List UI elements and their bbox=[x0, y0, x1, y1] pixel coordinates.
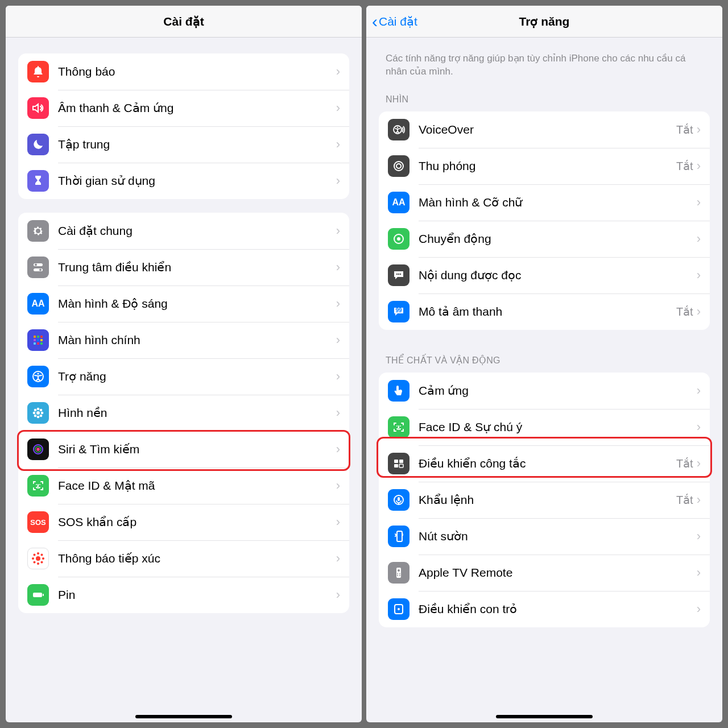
faceid-icon bbox=[27, 475, 49, 497]
row-value: Tắt bbox=[676, 305, 693, 318]
row-pointer-control[interactable]: Điều khiển con trỏ › bbox=[379, 591, 710, 627]
row-siri[interactable]: Siri & Tìm kiếm › bbox=[18, 431, 349, 468]
group-general: Cài đặt chung › Trung tâm điều khiển › A… bbox=[18, 213, 349, 613]
row-label: Thu phóng bbox=[419, 159, 676, 173]
svg-rect-11 bbox=[37, 342, 39, 345]
right-screenshot: ‹ Cài đặt Trợ năng Các tính năng trợ năn… bbox=[366, 6, 722, 722]
chevron-right-icon: › bbox=[336, 369, 340, 384]
row-faceid-attention[interactable]: Face ID & Sự chú ý › bbox=[379, 409, 710, 445]
chevron-right-icon: › bbox=[697, 420, 701, 435]
speaker-icon bbox=[27, 97, 49, 119]
row-label: Chuyển động bbox=[419, 232, 697, 246]
svg-point-42 bbox=[394, 162, 403, 171]
gear-icon bbox=[27, 220, 49, 242]
flower-icon bbox=[27, 402, 49, 424]
home-indicator bbox=[135, 715, 232, 718]
group-sound: Thông báo › Âm thanh & Cảm ứng › Tập tru… bbox=[18, 53, 349, 199]
speech-bubble-icon bbox=[388, 264, 410, 286]
svg-point-65 bbox=[399, 575, 400, 576]
row-accessibility[interactable]: Trợ năng › bbox=[18, 358, 349, 395]
svg-rect-55 bbox=[399, 464, 403, 468]
row-homescreen[interactable]: Màn hình chính › bbox=[18, 322, 349, 358]
switches-icon bbox=[27, 257, 49, 278]
row-exposure[interactable]: Thông báo tiếp xúc › bbox=[18, 540, 349, 577]
row-audio-desc[interactable]: 99 Mô tả âm thanh Tắt › bbox=[379, 293, 710, 330]
svg-point-21 bbox=[40, 409, 43, 412]
page-title: Cài đặt bbox=[163, 15, 204, 28]
faceid-icon bbox=[388, 416, 410, 438]
section-header-vision: NHÌN bbox=[366, 83, 722, 109]
chevron-right-icon: › bbox=[336, 173, 340, 188]
svg-point-27 bbox=[36, 484, 37, 485]
row-zoom[interactable]: Thu phóng Tắt › bbox=[379, 148, 710, 184]
row-faceid[interactable]: Face ID & Mật mã › bbox=[18, 468, 349, 504]
row-label: Pin bbox=[58, 588, 336, 602]
svg-rect-60 bbox=[396, 568, 401, 578]
row-sos[interactable]: SOS SOS khẩn cấp › bbox=[18, 504, 349, 540]
row-side-button[interactable]: Nút sườn › bbox=[379, 518, 710, 555]
svg-point-35 bbox=[41, 554, 43, 556]
row-screentime[interactable]: Thời gian sử dụng › bbox=[18, 163, 349, 199]
row-voiceover[interactable]: VoiceOver Tắt › bbox=[379, 111, 710, 148]
svg-point-30 bbox=[38, 553, 39, 555]
sos-icon: SOS bbox=[27, 511, 49, 533]
row-label: Nút sườn bbox=[419, 530, 697, 543]
chevron-right-icon: › bbox=[336, 137, 340, 152]
row-wallpaper[interactable]: Hình nền › bbox=[18, 395, 349, 431]
row-display[interactable]: AA Màn hình & Độ sáng › bbox=[18, 286, 349, 322]
svg-rect-39 bbox=[43, 594, 44, 596]
row-battery[interactable]: Pin › bbox=[18, 577, 349, 613]
svg-point-23 bbox=[40, 415, 43, 417]
row-focus[interactable]: Tập trung › bbox=[18, 126, 349, 163]
svg-rect-4 bbox=[34, 336, 36, 338]
row-label: Khẩu lệnh bbox=[419, 493, 676, 507]
hourglass-icon bbox=[27, 170, 49, 192]
svg-rect-12 bbox=[40, 342, 43, 345]
chevron-right-icon: › bbox=[336, 588, 340, 602]
siri-icon bbox=[27, 439, 49, 460]
chevron-right-icon: › bbox=[336, 406, 340, 420]
row-label: Màn hình & Cỡ chữ bbox=[419, 196, 697, 209]
row-notifications[interactable]: Thông báo › bbox=[18, 53, 349, 90]
quote-bubble-icon: 99 bbox=[388, 301, 410, 322]
nav-bar: Cài đặt bbox=[6, 6, 362, 38]
svg-rect-38 bbox=[33, 593, 42, 597]
row-voice-control[interactable]: Khẩu lệnh Tắt › bbox=[379, 482, 710, 518]
row-spoken-content[interactable]: Nội dung được đọc › bbox=[379, 257, 710, 293]
svg-point-64 bbox=[397, 575, 398, 576]
back-button[interactable]: ‹ Cài đặt bbox=[372, 13, 417, 30]
svg-rect-6 bbox=[40, 336, 43, 338]
svg-point-47 bbox=[398, 274, 399, 275]
svg-point-19 bbox=[41, 412, 44, 415]
row-switch-control[interactable]: Điều khiển công tắc Tắt › bbox=[379, 445, 710, 482]
svg-rect-8 bbox=[37, 339, 39, 341]
row-value: Tắt bbox=[676, 123, 693, 136]
row-general[interactable]: Cài đặt chung › bbox=[18, 213, 349, 249]
svg-point-45 bbox=[398, 238, 400, 240]
row-value: Tắt bbox=[676, 493, 693, 507]
svg-point-51 bbox=[400, 425, 401, 427]
row-display-text[interactable]: AA Màn hình & Cỡ chữ › bbox=[379, 184, 710, 221]
row-label: Cảm ứng bbox=[419, 384, 697, 398]
pointer-icon bbox=[388, 598, 410, 620]
chevron-right-icon: › bbox=[336, 478, 340, 493]
row-motion[interactable]: Chuyển động › bbox=[379, 221, 710, 257]
motion-icon bbox=[388, 228, 410, 250]
svg-point-15 bbox=[36, 411, 40, 415]
svg-point-2 bbox=[35, 264, 37, 266]
row-touch[interactable]: Cảm ứng › bbox=[379, 373, 710, 409]
page-description: Các tính năng trợ năng giúp bạn tùy chỉn… bbox=[366, 38, 722, 83]
row-control-center[interactable]: Trung tâm điều khiển › bbox=[18, 249, 349, 286]
chevron-right-icon: › bbox=[697, 195, 701, 210]
svg-point-36 bbox=[34, 561, 35, 563]
chevron-right-icon: › bbox=[336, 64, 340, 79]
chevron-right-icon: › bbox=[697, 602, 701, 617]
section-header-physical: THỂ CHẤT VÀ VẬN ĐỘNG bbox=[366, 344, 722, 370]
row-label: Thông báo tiếp xúc bbox=[58, 552, 336, 565]
row-sounds[interactable]: Âm thanh & Cảm ứng › bbox=[18, 90, 349, 126]
voice-control-icon bbox=[388, 489, 410, 511]
row-appletv-remote[interactable]: Apple TV Remote › bbox=[379, 555, 710, 591]
row-label: SOS khẩn cấp bbox=[58, 515, 336, 529]
row-label: Trung tâm điều khiển bbox=[58, 260, 336, 274]
row-label: Âm thanh & Cảm ứng bbox=[58, 101, 336, 115]
